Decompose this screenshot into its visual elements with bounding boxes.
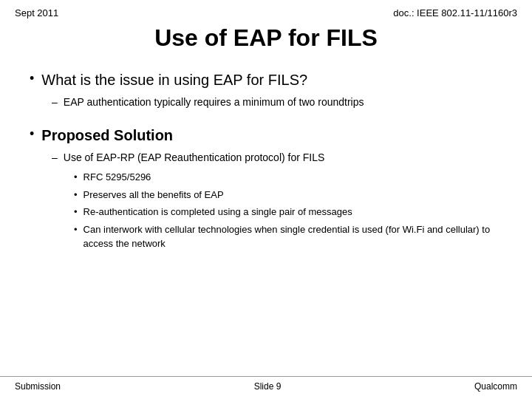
sub-bullet-1-1: –EAP authentication typically requires a… [52,95,502,110]
sub-dash: – [52,150,58,166]
header-date: Sept 2011 [15,7,58,18]
bullet-text-2: Proposed Solution [41,125,173,146]
header: Sept 2011 doc.: IEEE 802.11-11/1160r3 [0,0,532,18]
bullet-dot: • [30,125,34,143]
bullet-dot: • [30,69,34,88]
bullet-text-1: What is the issue in using EAP for FILS? [41,69,307,90]
sub-dash: – [52,95,58,110]
sub-bullet-2-1: –Use of EAP-RP (EAP Reauthentication pro… [52,150,502,166]
bullet-item-1: •What is the issue in using EAP for FILS… [30,69,502,90]
header-doc: doc.: IEEE 802.11-11/1160r3 [393,7,517,18]
footer-right: Qualcomm [474,381,517,392]
sub-sub-dot: • [74,205,78,219]
footer-center: Slide 9 [254,381,282,392]
footer: Submission Slide 9 Qualcomm [0,376,532,392]
sub-sub-item-3: •Re-authentication is completed using a … [74,205,502,219]
sub-sub-bullets: •RFC 5295/5296•Preserves all the benefit… [74,170,502,251]
sub-sub-dot: • [74,170,78,185]
sub-sub-dot: • [74,188,78,202]
sub-sub-text: RFC 5295/5296 [83,170,151,185]
content: •What is the issue in using EAP for FILS… [0,69,532,251]
sub-sub-text: Can interwork with cellular technologies… [83,222,502,251]
sub-text: Use of EAP-RP (EAP Reauthentication prot… [64,150,325,166]
sub-sub-text: Preserves all the benefits of EAP [83,188,224,202]
bullet-item-2: •Proposed Solution [30,125,502,146]
sub-sub-text: Re-authentication is completed using a s… [83,205,352,219]
sub-sub-item-4: •Can interwork with cellular technologie… [74,222,502,251]
sub-sub-item-2: •Preserves all the benefits of EAP [74,188,502,202]
footer-left: Submission [15,381,61,392]
main-title: Use of EAP for FILS [0,24,532,52]
sub-sub-item-1: •RFC 5295/5296 [74,170,502,185]
title-section: Use of EAP for FILS [0,24,532,52]
sub-text: EAP authentication typically requires a … [64,95,364,110]
sub-sub-dot: • [74,222,78,237]
